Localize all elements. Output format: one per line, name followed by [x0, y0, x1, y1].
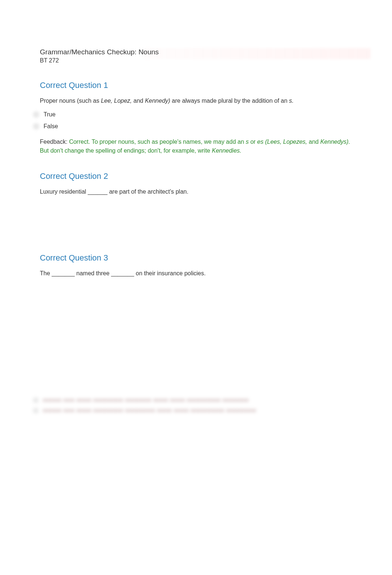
feedback-segment: and: [307, 139, 320, 145]
feedback-segment: Correct. To proper nouns, such as people…: [69, 139, 246, 145]
prompt-text: are always made plural by the addition o…: [170, 98, 289, 104]
question-1: Correct Question 1 Proper nouns (such as…: [40, 81, 352, 155]
option-label: True: [44, 111, 55, 118]
feedback-body: Correct. To proper nouns, such as people…: [40, 139, 350, 153]
feedback-italic: Kennedys).: [320, 139, 350, 145]
feedback-text: Feedback: Correct. To proper nouns, such…: [40, 137, 352, 154]
prompt-text: Proper nouns (such as: [40, 98, 101, 104]
feedback-italic: s: [246, 139, 249, 145]
prompt-italic: Kennedy): [145, 98, 171, 104]
question-prompt: Luxury residential ______ are part of th…: [40, 188, 352, 196]
feedback-segment: or: [249, 139, 257, 145]
feedback-italic: es (Lees, Lopezes,: [257, 139, 307, 145]
radio-icon: [32, 406, 40, 415]
feedback-italic: Kennedies.: [212, 147, 241, 154]
document-title: Grammar/Mechanics Checkup: Nouns: [40, 48, 352, 56]
hidden-option-text: ■■■■■ ■■■ ■■■■ ■■■■■■■■ ■■■■■■■■ ■■■■ ■■…: [43, 407, 256, 414]
prompt-italic: s.: [289, 98, 293, 104]
feedback-segment: But don't change the spelling of endings…: [40, 147, 212, 154]
question-heading: Correct Question 3: [40, 253, 352, 263]
radio-icon: [32, 110, 41, 119]
radio-icon: [32, 396, 40, 404]
option-label: False: [44, 123, 58, 130]
prompt-italic: Lee, Lopez,: [101, 98, 132, 104]
hidden-answers: ■■■■■ ■■■ ■■■■ ■■■■■■■■ ■■■■■■■ ■■■■ ■■■…: [32, 396, 352, 415]
radio-icon: [32, 122, 41, 131]
question-2: Correct Question 2 Luxury residential __…: [40, 171, 352, 196]
question-prompt: Proper nouns (such as Lee, Lopez, and Ke…: [40, 97, 352, 105]
feedback-label: Feedback:: [40, 139, 69, 145]
option-false[interactable]: False: [32, 122, 352, 131]
question-3: Correct Question 3 The _______ named thr…: [40, 253, 352, 278]
question-heading: Correct Question 1: [40, 81, 352, 90]
hidden-option-text: ■■■■■ ■■■ ■■■■ ■■■■■■■■ ■■■■■■■ ■■■■ ■■■…: [43, 397, 249, 404]
hidden-option[interactable]: ■■■■■ ■■■ ■■■■ ■■■■■■■■ ■■■■■■■ ■■■■ ■■■…: [32, 396, 352, 404]
question-prompt: The _______ named three _______ on their…: [40, 269, 352, 278]
option-true[interactable]: True: [32, 110, 352, 119]
hidden-option[interactable]: ■■■■■ ■■■ ■■■■ ■■■■■■■■ ■■■■■■■■ ■■■■ ■■…: [32, 406, 352, 415]
question-heading: Correct Question 2: [40, 171, 352, 181]
prompt-text: and: [132, 98, 145, 104]
document-header: Grammar/Mechanics Checkup: Nouns BT 272: [40, 48, 352, 64]
